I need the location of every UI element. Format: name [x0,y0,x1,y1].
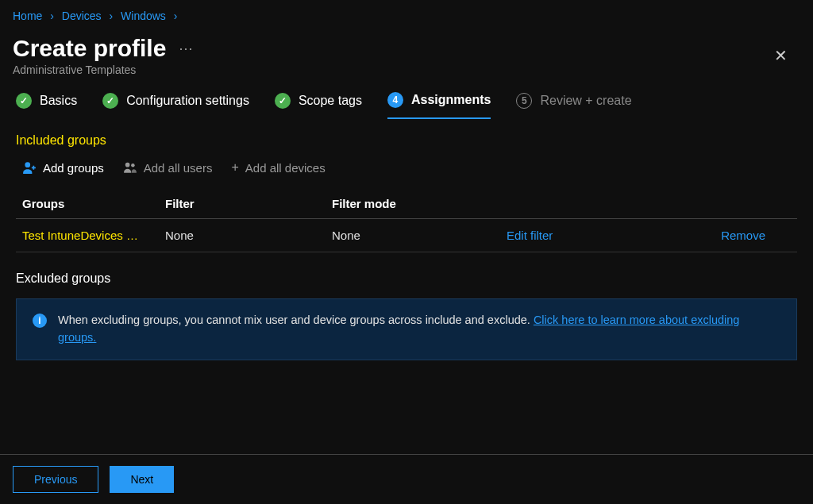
step-label: Review + create [540,94,631,108]
page-title: Create profile [13,35,166,62]
add-all-devices-button[interactable]: + Add all devices [231,160,325,175]
remove-link[interactable]: Remove [659,219,797,252]
step-basics[interactable]: ✓ Basics [16,93,77,118]
breadcrumb: Home › Devices › Windows › [0,0,813,29]
chevron-right-icon: › [110,10,114,22]
svg-point-2 [131,164,135,167]
check-icon: ✓ [16,93,32,109]
info-text: When excluding groups, you cannot mix us… [58,312,780,347]
col-groups: Groups [16,189,159,219]
included-groups-title: Included groups [16,133,797,148]
people-icon [123,160,137,175]
page-subtitle: Administrative Templates [13,63,193,76]
wizard-steps: ✓ Basics ✓ Configuration settings ✓ Scop… [0,92,813,119]
filter-cell: None [159,219,326,252]
step-review-create[interactable]: 5 Review + create [516,93,631,118]
content-area: Included groups Add groups Add all users… [0,119,813,360]
breadcrumb-devices[interactable]: Devices [62,10,102,22]
check-icon: ✓ [275,93,291,109]
plus-icon: + [231,160,238,175]
excluded-groups-title: Excluded groups [16,271,797,286]
info-box: i When excluding groups, you cannot mix … [16,298,797,360]
table-row: Test IntuneDevices … None None Edit filt… [16,219,797,252]
step-label: Configuration settings [126,94,249,108]
person-add-icon [22,160,37,175]
breadcrumb-home[interactable]: Home [13,10,42,22]
group-name-cell[interactable]: Test IntuneDevices … [16,219,159,252]
svg-point-0 [25,162,30,167]
step-assignments[interactable]: 4 Assignments [387,92,491,119]
add-all-users-button[interactable]: Add all users [123,160,213,175]
next-button[interactable]: Next [110,466,174,493]
check-icon: ✓ [102,93,118,109]
close-icon[interactable]: ✕ [768,40,794,71]
info-icon: i [33,314,47,328]
more-icon[interactable]: ⋯ [179,40,193,57]
footer: Previous Next [0,454,813,504]
filter-mode-cell: None [326,219,500,252]
chevron-right-icon: › [174,10,178,22]
step-label: Assignments [411,93,491,107]
svg-point-1 [125,163,130,167]
add-groups-button[interactable]: Add groups [22,160,104,175]
step-number-icon: 4 [387,92,403,108]
step-configuration-settings[interactable]: ✓ Configuration settings [102,93,249,118]
step-label: Basics [40,94,77,108]
step-scope-tags[interactable]: ✓ Scope tags [275,93,362,118]
action-label: Add all devices [245,161,326,175]
col-filter: Filter [159,189,326,219]
step-label: Scope tags [299,94,362,108]
page-header: Create profile ⋯ Administrative Template… [0,29,813,92]
chevron-right-icon: › [50,10,54,22]
breadcrumb-windows[interactable]: Windows [121,10,166,22]
previous-button[interactable]: Previous [13,466,98,493]
included-groups-table: Groups Filter Filter mode Test IntuneDev… [16,189,797,252]
edit-filter-link[interactable]: Edit filter [500,219,659,252]
action-label: Add all users [144,161,213,175]
col-filter-mode: Filter mode [326,189,500,219]
included-actions: Add groups Add all users + Add all devic… [16,160,797,175]
action-label: Add groups [43,161,104,175]
step-number-icon: 5 [516,93,532,109]
